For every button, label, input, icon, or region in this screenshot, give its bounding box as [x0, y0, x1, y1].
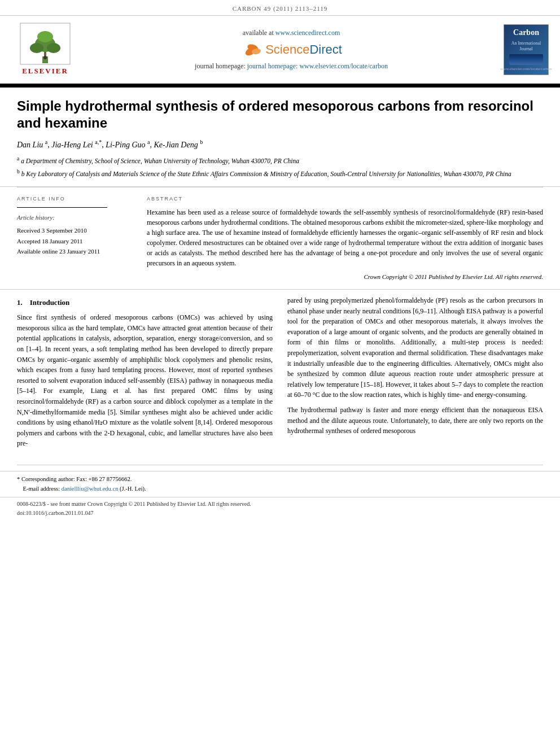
journal-homepage-link[interactable]: journal homepage: www.elsevier.com/locat… [247, 62, 388, 70]
header-center: available at www.sciencedirect.com Scien… [79, 28, 504, 71]
author-li-ping-sup: a [147, 139, 150, 145]
body-left: 1. Introduction Since first synthesis of… [17, 295, 273, 453]
elsevier-tree-icon [20, 23, 71, 65]
sciencedirect-link[interactable]: www.sciencedirect.com [275, 29, 340, 37]
abstract-col: ABSTRACT Hexamine has been used as a rel… [147, 195, 543, 281]
footer-line2: doi:10.1016/j.carbon.2011.01.047 [17, 509, 543, 518]
affiliation-b: b b Key Laboratory of Catalysis and Mate… [17, 168, 543, 179]
section1-heading: Introduction [30, 298, 70, 307]
article-title-section: Simple hydrothermal synthesis of ordered… [0, 88, 560, 187]
journal-citation: CARBON 49 (2011) 2113–2119 [233, 5, 328, 12]
svg-point-3 [30, 43, 43, 53]
svg-point-4 [47, 43, 60, 53]
carbon-cover-title: Carbon [513, 27, 539, 38]
body-left-text: Since first synthesis of ordered mesopor… [17, 312, 273, 449]
article-info-abstract: ARTICLE INFO Article history: Received 3… [0, 187, 560, 290]
elsevier-label: ELSEVIER [22, 66, 68, 76]
affiliations: a a Department of Chemistry, School of S… [17, 155, 543, 179]
available-date: Available online 23 January 2011 [17, 246, 130, 257]
available-text: available at www.sciencedirect.com [79, 28, 504, 38]
corresponding-note: * Corresponding author: Fax: +86 27 8775… [17, 475, 543, 484]
author-ke-jian-sup: b [200, 139, 203, 145]
journal-homepage: journal homepage: journal homepage: www.… [79, 62, 504, 71]
intro-para-right: pared by using prepolymerized phenol/for… [287, 295, 543, 436]
authors-line: Dan Liu a, Jia-Heng Lei a,*, Li-Ping Guo… [17, 138, 543, 150]
abstract-label: ABSTRACT [147, 195, 543, 203]
body-right: pared by using prepolymerized phenol/for… [287, 295, 543, 453]
author-li-ping: Li-Ping Guo [106, 140, 145, 148]
page-wrapper: CARBON 49 (2011) 2113–2119 ELSEVIER [0, 0, 560, 747]
carbon-cover-subtitle: An International Journal [506, 41, 546, 53]
body-content: 1. Introduction Since first synthesis of… [0, 290, 560, 465]
elsevier-logo: ELSEVIER [11, 23, 79, 76]
sciencedirect-logo: ScienceDirect [79, 41, 504, 59]
svg-point-6 [43, 56, 47, 59]
author-ke-jian: Ke-Jian Deng [154, 140, 198, 148]
article-info-label: ARTICLE INFO [17, 195, 130, 203]
author-dan-liu: Dan Liu [17, 140, 43, 148]
footnote-divider [17, 465, 543, 465]
footer-bar: 0008-6223/$ - see front matter Crown Cop… [0, 497, 560, 520]
corresponding-text: * Corresponding author: Fax: +86 27 8775… [17, 476, 132, 482]
accepted-date: Accepted 18 January 2011 [17, 236, 130, 247]
journal-bar: CARBON 49 (2011) 2113–2119 [0, 0, 560, 16]
body-right-text: pared by using prepolymerized phenol/for… [287, 295, 543, 436]
carbon-cover-image [509, 54, 543, 65]
copyright-line: Crown Copyright © 2011 Published by Else… [147, 273, 543, 281]
author-dan-liu-sup: a [45, 139, 47, 145]
two-col-body: 1. Introduction Since first synthesis of… [17, 295, 543, 453]
author-jia-heng: Jia-Heng Lei [51, 140, 93, 148]
section1-title: 1. Introduction [17, 298, 273, 308]
email-link[interactable]: daniellliu@whut.edu.cn [62, 486, 119, 492]
author-jia-heng-sup: a,* [95, 139, 102, 145]
email-label: E-mail address: [23, 486, 60, 492]
footer-line1: 0008-6223/$ - see front matter Crown Cop… [17, 500, 543, 509]
article-title: Simple hydrothermal synthesis of ordered… [17, 98, 543, 132]
section1-number: 1. [17, 298, 23, 307]
header-section: ELSEVIER available at www.sciencedirect.… [0, 16, 560, 85]
sd-leaves-icon [240, 41, 263, 58]
received-date: Received 3 September 2010 [17, 225, 130, 236]
history-label: Article history: [17, 213, 130, 222]
abstract-text: Hexamine has been used as a release sour… [147, 207, 543, 268]
article-info-col: ARTICLE INFO Article history: Received 3… [17, 195, 130, 281]
info-dates: Received 3 September 2010 Accepted 18 Ja… [17, 225, 130, 257]
footnote-section: * Corresponding author: Fax: +86 27 8775… [0, 471, 560, 497]
sciencedirect-text: ScienceDirect [265, 41, 342, 59]
email-person: (J.-H. Lei). [120, 486, 146, 492]
carbon-cover-footer: www.elsevier.com/locate/carbon [500, 67, 552, 72]
intro-para-left: Since first synthesis of ordered mesopor… [17, 312, 273, 449]
carbon-cover: Carbon An International Journal www.else… [504, 24, 549, 75]
affiliation-a: a a Department of Chemistry, School of S… [17, 155, 543, 166]
svg-point-5 [37, 31, 53, 42]
info-divider [17, 207, 107, 208]
email-note: E-mail address: daniellliu@whut.edu.cn (… [17, 484, 543, 494]
intro-para-right2: The hydrothermal pathway is faster and m… [287, 405, 543, 436]
